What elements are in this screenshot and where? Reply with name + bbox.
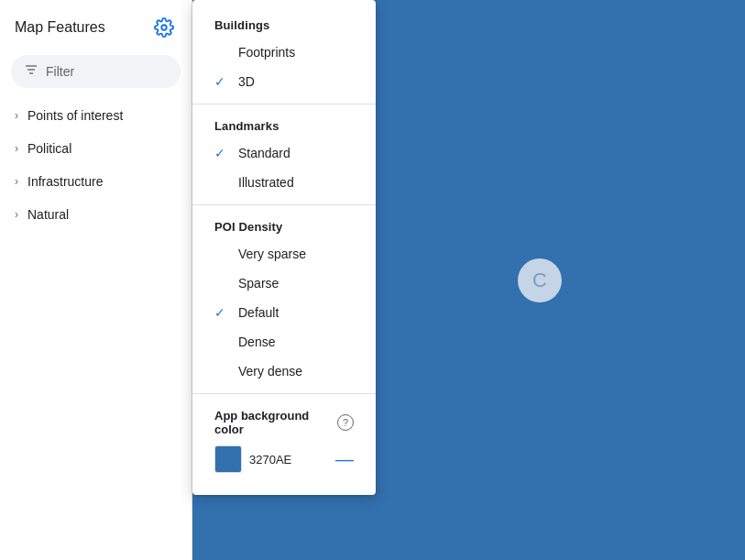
menu-item-3d[interactable]: ✓ 3D <box>192 67 376 96</box>
color-label-row: App background color ? <box>214 409 354 436</box>
menu-item-illustrated[interactable]: Illustrated <box>192 168 376 197</box>
color-swatch[interactable] <box>214 445 242 473</box>
filter-placeholder: Filter <box>46 64 74 79</box>
svg-point-0 <box>161 25 167 30</box>
menu-item-label: Illustrated <box>238 175 294 190</box>
sidebar-item-infrastructure[interactable]: › Infrastructure <box>0 165 192 198</box>
menu-item-label: Sparse <box>238 276 279 291</box>
menu-item-dense[interactable]: Dense <box>192 327 376 357</box>
chevron-icon: › <box>15 142 18 155</box>
section-header-buildings: Buildings <box>192 11 376 38</box>
divider <box>192 393 376 394</box>
menu-item-label: Default <box>238 305 279 320</box>
color-section: App background color ? — <box>192 401 376 480</box>
check-icon: ✓ <box>214 146 231 160</box>
menu-item-default[interactable]: ✓ Default <box>192 298 376 327</box>
filter-bar[interactable]: Filter <box>11 55 181 88</box>
menu-item-standard[interactable]: ✓ Standard <box>192 138 376 168</box>
menu-item-footprints[interactable]: Footprints <box>192 38 376 67</box>
sidebar-item-poi[interactable]: › Points of interest <box>0 99 192 132</box>
menu-item-label: Standard <box>238 146 290 160</box>
gear-icon[interactable] <box>151 15 177 40</box>
menu-item-label: Dense <box>238 335 275 349</box>
menu-item-label: 3D <box>238 74 255 89</box>
chevron-icon: › <box>15 208 18 221</box>
section-header-poi-density: POI Density <box>192 213 376 239</box>
chevron-icon: › <box>15 175 18 188</box>
help-icon[interactable]: ? <box>337 414 354 431</box>
sidebar-item-label: Political <box>27 141 71 156</box>
sidebar-item-label: Natural <box>27 207 69 222</box>
color-value-input[interactable] <box>249 453 313 467</box>
sidebar-item-label: Infrastructure <box>27 174 103 189</box>
divider <box>192 204 376 205</box>
dropdown-panel: Buildings Footprints ✓ 3D Landmarks ✓ St… <box>192 0 376 495</box>
menu-item-sparse[interactable]: Sparse <box>192 269 376 298</box>
sidebar-item-label: Points of interest <box>27 108 123 123</box>
menu-item-label: Very dense <box>238 364 302 379</box>
sidebar-header: Map Features <box>0 0 192 51</box>
check-icon: ✓ <box>214 74 231 89</box>
color-input-row: — <box>214 445 354 473</box>
sidebar-item-political[interactable]: › Political <box>0 132 192 165</box>
divider <box>192 104 376 104</box>
color-clear-button[interactable]: — <box>335 450 354 468</box>
sidebar-title: Map Features <box>15 19 105 36</box>
color-label: App background color <box>214 409 332 436</box>
menu-item-label: Very sparse <box>238 247 306 261</box>
sidebar-item-natural[interactable]: › Natural <box>0 198 192 231</box>
menu-item-very-dense[interactable]: Very dense <box>192 357 376 386</box>
check-icon: ✓ <box>214 305 231 320</box>
menu-item-very-sparse[interactable]: Very sparse <box>192 239 376 269</box>
spinner-letter: C <box>532 269 547 292</box>
menu-item-label: Footprints <box>238 45 295 60</box>
sidebar-nav: › Points of interest › Political › Infra… <box>0 95 192 560</box>
chevron-icon: › <box>15 109 18 122</box>
filter-icon <box>24 62 38 81</box>
sidebar: Map Features Filter › Points of interest… <box>0 0 192 560</box>
section-header-landmarks: Landmarks <box>192 112 376 138</box>
map-spinner: C <box>518 258 562 302</box>
